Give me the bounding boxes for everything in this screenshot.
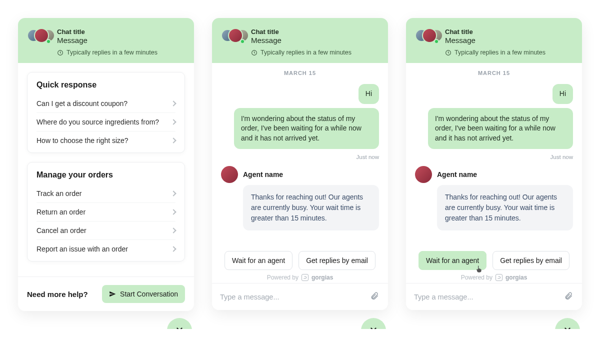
close-icon [563, 326, 572, 329]
close-widget-button[interactable] [555, 318, 580, 329]
clock-icon [251, 50, 258, 56]
message-timestamp: Just now [415, 154, 573, 160]
attach-file-button[interactable] [369, 290, 380, 303]
chevron-right-icon [170, 190, 176, 196]
agent-avatar-group [415, 26, 439, 46]
user-message: Hi [552, 84, 573, 104]
chevron-right-icon [170, 100, 176, 106]
close-icon [175, 326, 184, 329]
agent-avatar [221, 166, 238, 183]
user-message: Hi [358, 84, 379, 104]
widget-header: Chat title Message Typically replies in … [406, 18, 582, 63]
chevron-right-icon [170, 138, 176, 143]
brand-logo-icon [496, 274, 502, 281]
reply-time-text: Typically replies in a few minutes [454, 49, 546, 56]
date-label: MARCH 15 [415, 70, 573, 76]
order-item-return[interactable]: Return an order [36, 202, 176, 221]
need-help-text: Need more help? [27, 290, 88, 298]
agent-avatar-group [221, 26, 245, 46]
widget-header: Chat title Message Typically replies in … [18, 18, 194, 63]
manage-orders-title: Manage your orders [36, 170, 176, 180]
brand-logo-icon [302, 274, 308, 281]
presence-dot-icon [240, 39, 245, 44]
quick-item-ingredients[interactable]: Where do you source ingredients from? [36, 112, 176, 131]
close-widget-button[interactable] [167, 318, 192, 329]
agent-name: Agent name [437, 170, 477, 178]
get-replies-email-button[interactable]: Get replies by email [492, 251, 570, 270]
date-label: MARCH 15 [221, 70, 379, 76]
paper-plane-icon [109, 290, 116, 298]
paperclip-icon [564, 292, 573, 300]
chat-widget-welcome: Chat title Message Typically replies in … [18, 18, 194, 311]
chat-subtitle: Message [57, 36, 88, 44]
chat-title: Chat title [57, 28, 88, 36]
user-message: I'm wondering about the status of my ord… [428, 108, 573, 150]
agent-avatar-group [27, 26, 51, 46]
close-icon [369, 326, 378, 329]
quick-response-card: Quick response Can I get a discount coup… [27, 72, 185, 153]
chevron-right-icon [170, 209, 176, 214]
quick-response-title: Quick response [36, 80, 176, 90]
wait-for-agent-button[interactable]: Wait for an agent [418, 251, 486, 270]
presence-dot-icon [46, 39, 51, 44]
message-input[interactable] [414, 293, 558, 301]
agent-message: Thanks for reaching out! Our agents are … [243, 185, 379, 230]
chat-subtitle: Message [251, 36, 282, 44]
chat-widget-conversation: Chat title Message Typically replies in … [212, 18, 388, 310]
quick-item-discount[interactable]: Can I get a discount coupon? [36, 94, 176, 112]
attach-file-button[interactable] [563, 290, 574, 303]
brand-name: gorgias [506, 274, 527, 281]
reply-time-text: Typically replies in a few minutes [260, 49, 352, 56]
agent-name: Agent name [243, 170, 283, 178]
manage-orders-card: Manage your orders Track an order Return… [27, 162, 185, 262]
powered-by-label: Powered by gorgias [221, 274, 379, 281]
clock-icon [57, 50, 64, 56]
presence-dot-icon [434, 39, 439, 44]
message-timestamp: Just now [221, 154, 379, 160]
agent-avatar [415, 166, 432, 183]
widget-header: Chat title Message Typically replies in … [212, 18, 388, 63]
user-message: I'm wondering about the status of my ord… [234, 108, 379, 150]
order-item-track[interactable]: Track an order [36, 184, 176, 202]
get-replies-email-button[interactable]: Get replies by email [298, 251, 376, 270]
quick-item-size[interactable]: How to choose the right size? [36, 131, 176, 150]
paperclip-icon [370, 292, 379, 300]
brand-name: gorgias [312, 274, 333, 281]
clock-icon [445, 50, 452, 56]
reply-time-text: Typically replies in a few minutes [66, 49, 158, 56]
start-conversation-button[interactable]: Start Conversation [102, 285, 185, 303]
chat-title: Chat title [445, 28, 476, 36]
chat-title: Chat title [251, 28, 282, 36]
chevron-right-icon [170, 246, 176, 252]
agent-message: Thanks for reaching out! Our agents are … [437, 185, 573, 230]
close-widget-button[interactable] [361, 318, 386, 329]
order-item-cancel[interactable]: Cancel an order [36, 221, 176, 240]
order-item-report[interactable]: Report an issue with an order [36, 240, 176, 258]
powered-by-label: Powered by gorgias [415, 274, 573, 281]
message-input[interactable] [220, 293, 364, 301]
wait-for-agent-button[interactable]: Wait for an agent [224, 251, 292, 270]
chevron-right-icon [170, 228, 176, 233]
chevron-right-icon [170, 119, 176, 124]
chat-subtitle: Message [445, 36, 476, 44]
chat-widget-conversation-hovered: Chat title Message Typically replies in … [406, 18, 582, 310]
